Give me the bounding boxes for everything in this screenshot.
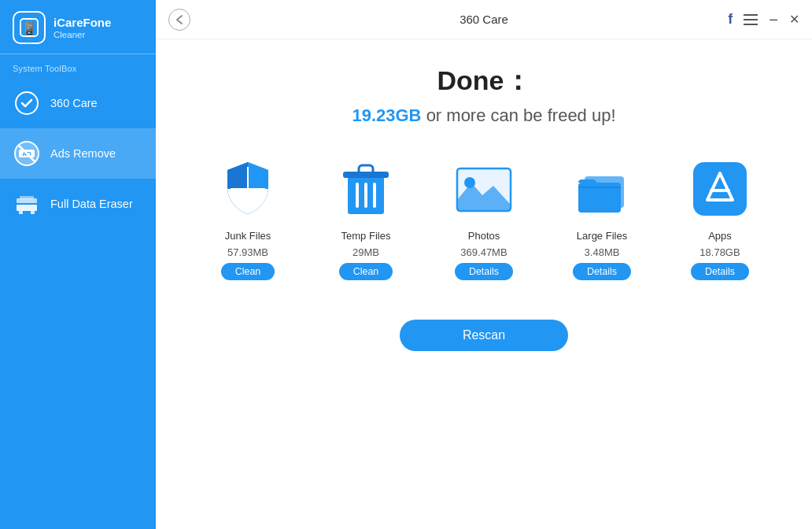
content-area: Done： 19.23GB or more can be freed up! xyxy=(156,39,812,529)
app-subtitle: Cleaner xyxy=(54,30,111,39)
junk-files-name: Junk Files xyxy=(225,230,271,242)
minimize-icon[interactable]: − xyxy=(769,12,778,28)
cards-row: Junk Files 57.93MB Clean xyxy=(201,157,767,280)
temp-files-icon xyxy=(334,157,397,220)
svg-rect-3 xyxy=(26,22,32,31)
sidebar-item-full-data-eraser-label: Full Data Eraser xyxy=(50,198,133,210)
sidebar-divider xyxy=(0,54,156,54)
app-title-group: iCareFone Cleaner xyxy=(54,16,111,39)
app-logo-icon: 📱 xyxy=(13,11,46,44)
done-message: or more can be freed up! xyxy=(422,105,616,125)
junk-files-action-button[interactable]: Clean xyxy=(221,263,275,280)
large-files-icon xyxy=(570,157,633,220)
photos-action-button[interactable]: Details xyxy=(455,263,513,280)
apps-name: Apps xyxy=(708,230,732,242)
svg-rect-14 xyxy=(19,211,23,214)
card-large-files: Large Files 3.48MB Details xyxy=(555,157,649,280)
rescan-button[interactable]: Rescan xyxy=(400,320,568,351)
sidebar-item-360care[interactable]: 360 Care xyxy=(0,78,156,128)
card-temp-files: Temp Files 29MB Clean xyxy=(319,157,413,280)
photos-size: 369.47MB xyxy=(460,246,507,258)
junk-files-size: 57.93MB xyxy=(227,246,268,258)
sidebar: 📱 iCareFone Cleaner System ToolBox 360 C… xyxy=(0,0,156,529)
temp-files-size: 29MB xyxy=(352,246,379,258)
main-content: 360 Care f − ✕ Done： 19.23GB or more can… xyxy=(156,0,812,529)
svg-rect-23 xyxy=(364,183,367,208)
large-files-size: 3.48MB xyxy=(585,246,620,258)
svg-point-27 xyxy=(464,177,475,188)
svg-rect-13 xyxy=(20,196,34,199)
ads-remove-icon: AD xyxy=(13,139,41,168)
done-title: Done： xyxy=(352,63,615,99)
card-apps: Apps 18.78GB Details xyxy=(673,157,767,280)
full-data-eraser-icon xyxy=(13,190,41,218)
svg-point-5 xyxy=(16,92,38,114)
photos-icon xyxy=(452,157,515,220)
app-logo: 📱 iCareFone Cleaner xyxy=(0,0,156,54)
temp-files-action-button[interactable]: Clean xyxy=(339,263,393,280)
done-section: Done： 19.23GB or more can be freed up! xyxy=(352,63,615,126)
apps-action-button[interactable]: Details xyxy=(691,263,749,280)
360care-icon xyxy=(13,89,41,117)
card-junk-files: Junk Files 57.93MB Clean xyxy=(201,157,295,280)
svg-rect-15 xyxy=(31,211,35,214)
temp-files-name: Temp Files xyxy=(341,230,391,242)
sidebar-item-ads-remove-label: Ads Remove xyxy=(50,147,116,160)
svg-rect-25 xyxy=(343,172,389,178)
apps-icon xyxy=(688,157,751,220)
system-toolbox-label: System ToolBox xyxy=(0,57,156,78)
sidebar-item-full-data-eraser[interactable]: Full Data Eraser xyxy=(0,179,156,229)
sidebar-item-360care-label: 360 Care xyxy=(50,97,98,109)
menu-icon[interactable] xyxy=(744,14,758,25)
titlebar-actions: f − ✕ xyxy=(728,11,799,28)
close-icon[interactable]: ✕ xyxy=(789,12,799,27)
card-photos: Photos 369.47MB Details xyxy=(437,157,531,280)
app-title: iCareFone xyxy=(54,16,111,30)
svg-rect-22 xyxy=(356,183,359,208)
junk-files-icon xyxy=(216,157,279,220)
sidebar-item-ads-remove[interactable]: AD Ads Remove xyxy=(0,128,156,179)
photos-name: Photos xyxy=(468,230,500,242)
titlebar: 360 Care f − ✕ xyxy=(156,0,812,39)
svg-rect-24 xyxy=(373,183,376,208)
facebook-icon[interactable]: f xyxy=(728,11,733,28)
svg-rect-11 xyxy=(17,205,37,211)
large-files-action-button[interactable]: Details xyxy=(573,263,631,280)
titlebar-title: 360 Care xyxy=(460,13,508,26)
back-button[interactable] xyxy=(168,9,190,31)
done-size: 19.23GB xyxy=(352,105,421,125)
large-files-name: Large Files xyxy=(577,230,627,242)
apps-size: 18.78GB xyxy=(699,246,740,258)
done-subtitle: 19.23GB or more can be freed up! xyxy=(352,105,615,126)
svg-point-4 xyxy=(28,32,30,34)
